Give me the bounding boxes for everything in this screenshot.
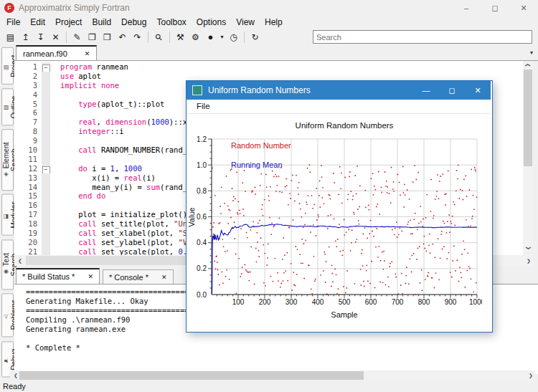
hscroll-thumb[interactable] bbox=[19, 371, 364, 380]
scroll-right-icon[interactable]: ❯ bbox=[527, 371, 535, 381]
svg-text:1000: 1000 bbox=[469, 298, 486, 306]
menu-item-options[interactable]: Options bbox=[192, 16, 231, 29]
gear-icon[interactable]: ⚙ bbox=[188, 30, 203, 44]
menu-item-edit[interactable]: Edit bbox=[25, 16, 50, 29]
minimize-button[interactable]: — bbox=[413, 81, 439, 100]
maximize-button[interactable]: ◻ bbox=[439, 81, 465, 100]
code-text bbox=[50, 90, 60, 100]
refresh-icon[interactable]: ↻ bbox=[247, 30, 263, 44]
close-tab-icon[interactable]: ✕ bbox=[88, 273, 93, 280]
fold-gutter bbox=[42, 201, 50, 210]
tab-ranmean-f90[interactable]: ranmean.f90 ✕ bbox=[16, 45, 97, 60]
tab-list-dropdown-icon[interactable]: ▾ bbox=[530, 49, 533, 56]
menu-item-file[interactable]: File bbox=[1, 16, 25, 29]
line-number: 15 bbox=[14, 191, 42, 201]
vscroll-thumb[interactable] bbox=[524, 70, 532, 166]
sidebar-item-text-search[interactable]: ◉Text Search bbox=[1, 239, 14, 290]
menu-item-view[interactable]: View bbox=[231, 16, 260, 29]
line-number: 10 bbox=[14, 145, 42, 155]
svg-text:Value: Value bbox=[187, 207, 196, 226]
stopwatch-icon[interactable]: ◷ bbox=[226, 30, 241, 44]
fold-gutter bbox=[42, 127, 50, 136]
close-tab-icon[interactable]: ✕ bbox=[85, 50, 90, 57]
code-text: do i = 1, 1000 bbox=[50, 164, 142, 173]
paste-icon[interactable]: ❒ bbox=[100, 30, 115, 44]
sidebar-item-outline[interactable]: ▥Outline bbox=[1, 88, 14, 125]
menu-item-debug[interactable]: Debug bbox=[116, 16, 151, 29]
text-search-icon: ◉ bbox=[3, 269, 9, 276]
fold-gutter bbox=[42, 183, 50, 192]
line-number: 6 bbox=[14, 108, 42, 118]
menu-item-build[interactable]: Build bbox=[87, 16, 116, 29]
code-text: end do bbox=[50, 191, 105, 201]
pen-icon[interactable]: ✎ bbox=[70, 30, 85, 44]
tab-console[interactable]: * Console *✕ bbox=[103, 269, 174, 284]
bottom-hscrollbar[interactable]: ❮ ❯ bbox=[10, 371, 535, 381]
sidebar-item-element-search[interactable]: ◈Element Search bbox=[1, 129, 14, 191]
tab-label: * Build Status * bbox=[22, 272, 75, 281]
scroll-left-icon[interactable]: ❮ bbox=[16, 255, 24, 266]
debug-icon: ⚑ bbox=[3, 357, 9, 363]
tab-build-status[interactable]: * Build Status *✕ bbox=[16, 268, 100, 284]
plot-window-menubar: File bbox=[187, 100, 491, 114]
scroll-right-icon[interactable]: ❯ bbox=[524, 255, 533, 266]
scroll-up-icon[interactable]: ❮ bbox=[523, 61, 533, 70]
scroll-down-icon[interactable]: ❮ bbox=[523, 244, 533, 252]
code-text: plot = initialize_plot() bbox=[50, 210, 187, 219]
code-text: implicit none bbox=[50, 81, 119, 90]
line-number: 4 bbox=[14, 90, 42, 100]
editor-vscrollbar[interactable]: ❮ ❮ bbox=[523, 61, 533, 252]
maximize-button[interactable]: ◻ bbox=[481, 0, 509, 16]
search-icon[interactable]: ⚲ bbox=[151, 30, 166, 44]
chevron-down-icon[interactable]: ▾ bbox=[218, 30, 226, 44]
menu-item-project[interactable]: Project bbox=[50, 16, 87, 29]
svg-text:100: 100 bbox=[232, 298, 245, 306]
run-icon[interactable]: ● bbox=[203, 30, 218, 44]
menubar: FileEditProjectBuildDebugToolboxOptionsV… bbox=[0, 16, 538, 29]
menu-item-help[interactable]: Help bbox=[260, 16, 288, 29]
open-icon[interactable]: ↥ bbox=[18, 30, 33, 44]
line-number: 1 bbox=[14, 62, 42, 72]
fold-gutter bbox=[42, 145, 50, 155]
modules-icon: ◧ bbox=[3, 214, 9, 220]
fold-gutter bbox=[42, 155, 50, 164]
new-file-icon[interactable]: ▤ bbox=[3, 30, 18, 44]
titlebar: F Approximatrix Simply Fortran –◻✕ bbox=[0, 0, 538, 16]
copy-icon[interactable]: ❐ bbox=[85, 30, 100, 44]
hammer-icon[interactable]: ⚒ bbox=[173, 30, 188, 44]
close-icon[interactable]: ✕ bbox=[48, 30, 63, 44]
line-number: 18 bbox=[14, 219, 42, 229]
hscroll-thumb[interactable] bbox=[26, 256, 205, 265]
output-line bbox=[26, 334, 538, 343]
fold-gutter bbox=[42, 173, 50, 183]
problems-icon: ⚠ bbox=[3, 313, 9, 320]
plot-window-titlebar: Uniform Random Numbers —◻✕ bbox=[187, 81, 491, 100]
app-logo-icon: F bbox=[4, 3, 14, 13]
svg-text:500: 500 bbox=[339, 298, 351, 306]
redo-icon[interactable]: ↷ bbox=[130, 30, 145, 44]
fold-marker-icon[interactable]: − bbox=[42, 62, 50, 72]
code-text: use aplot bbox=[50, 72, 101, 81]
fold-marker-icon[interactable]: − bbox=[42, 164, 50, 173]
menu-item-toolbox[interactable]: Toolbox bbox=[151, 16, 191, 29]
fold-gutter bbox=[42, 219, 50, 229]
plot-menu-item-file[interactable]: File bbox=[194, 100, 213, 113]
sidebar-item-project[interactable]: ▤Project bbox=[1, 47, 14, 85]
save-icon[interactable]: ↧ bbox=[33, 30, 48, 44]
app-window: F Approximatrix Simply Fortran –◻✕ FileE… bbox=[0, 0, 538, 392]
svg-text:300: 300 bbox=[285, 298, 298, 306]
svg-text:Running Mean: Running Mean bbox=[231, 161, 283, 169]
minimize-button[interactable]: – bbox=[452, 0, 481, 16]
status-text: Ready bbox=[3, 382, 26, 391]
close-button[interactable]: ✕ bbox=[509, 0, 538, 16]
sidebar-item-problems[interactable]: ⚠Problems bbox=[1, 293, 14, 337]
toolbar-separator bbox=[148, 32, 148, 43]
close-button[interactable]: ✕ bbox=[465, 81, 491, 100]
line-number: 5 bbox=[14, 100, 42, 109]
svg-text:600: 600 bbox=[365, 298, 377, 306]
close-tab-icon[interactable]: ✕ bbox=[161, 274, 167, 281]
svg-text:0.2: 0.2 bbox=[197, 264, 207, 272]
search-input[interactable] bbox=[313, 30, 532, 44]
undo-icon[interactable]: ↶ bbox=[115, 30, 130, 44]
sidebar-item-modules[interactable]: ◧Modules bbox=[1, 194, 14, 236]
